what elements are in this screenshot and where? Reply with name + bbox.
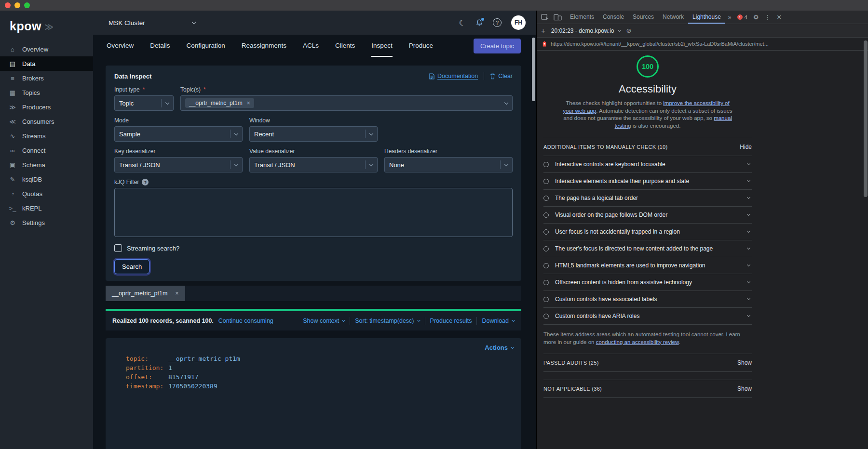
- devtools-tab-sources[interactable]: Sources: [628, 11, 658, 24]
- remove-tag-icon[interactable]: ×: [247, 100, 250, 106]
- continue-consuming-link[interactable]: Continue consuming: [218, 317, 273, 324]
- theme-toggle-icon[interactable]: ☾: [459, 18, 466, 27]
- chevron-down-icon: [504, 162, 508, 166]
- manual-checks-toggle[interactable]: Hide: [740, 144, 752, 150]
- close-window-button[interactable]: [5, 2, 11, 8]
- lighthouse-favicon: [542, 41, 547, 47]
- sidebar-item-consumers[interactable]: ≪Consumers: [0, 114, 93, 129]
- notifications-bell-icon[interactable]: [475, 19, 483, 26]
- input-type-select[interactable]: Topic: [114, 95, 174, 111]
- headers-deserializer-value: None: [389, 161, 496, 169]
- manual-check-item[interactable]: Offscreen content is hidden from assisti…: [543, 274, 752, 291]
- report-selector[interactable]: 20:02:23 - demo.kpow.io: [551, 27, 621, 34]
- clear-label: Clear: [498, 73, 513, 79]
- chevron-down-icon: [747, 314, 750, 317]
- close-tab-icon[interactable]: ×: [175, 290, 178, 297]
- tab-reassignments[interactable]: Reassignments: [242, 35, 286, 57]
- more-tabs-icon[interactable]: »: [725, 14, 734, 21]
- issues-badge[interactable]: ! 4: [734, 14, 750, 20]
- search-button[interactable]: Search: [114, 259, 149, 274]
- window-select[interactable]: Recent: [249, 126, 378, 142]
- headers-deserializer-select[interactable]: None: [384, 157, 513, 172]
- inspect-element-icon[interactable]: [539, 11, 551, 24]
- value-deserializer-select[interactable]: Transit / JSON: [249, 157, 378, 172]
- tab-clients[interactable]: Clients: [335, 35, 355, 57]
- tab-overview[interactable]: Overview: [107, 35, 134, 57]
- device-toolbar-icon[interactable]: [551, 11, 564, 24]
- not-applicable-toggle[interactable]: Show: [737, 385, 752, 392]
- manual-check-item[interactable]: User focus is not accidentally trapped i…: [543, 224, 752, 240]
- produce-results-link[interactable]: Produce results: [430, 317, 472, 324]
- manual-check-item[interactable]: Interactive elements indicate their purp…: [543, 173, 752, 190]
- passed-audits-toggle[interactable]: Show: [737, 359, 752, 366]
- required-asterisk: *: [203, 86, 206, 93]
- mode-select[interactable]: Sample: [114, 126, 243, 142]
- sidebar-item-overview[interactable]: ⌂Overview: [0, 42, 93, 56]
- tab-configuration[interactable]: Configuration: [187, 35, 225, 57]
- sidebar-item-producers[interactable]: ≫Producers: [0, 100, 93, 114]
- sidebar-item-topics[interactable]: ▦Topics: [0, 85, 93, 100]
- create-topic-button[interactable]: Create topic: [474, 39, 521, 53]
- kpow-logo[interactable]: kpow ≫: [0, 11, 93, 42]
- kjq-filter-input[interactable]: [114, 188, 513, 237]
- topic-tag[interactable]: __oprtr_metric_pt1m ×: [185, 98, 254, 108]
- issues-count: 4: [745, 14, 747, 20]
- avatar[interactable]: FH: [511, 15, 526, 30]
- devtools-scrollbar[interactable]: [864, 40, 868, 197]
- sidebar-item-connect[interactable]: ∞Connect: [0, 143, 93, 158]
- manual-checks-header: ADDITIONAL ITEMS TO MANUALLY CHECK (10) …: [543, 138, 752, 156]
- manual-check-item[interactable]: Interactive controls are keyboard focusa…: [543, 156, 752, 173]
- manual-check-item[interactable]: Custom controls have associated labels: [543, 291, 752, 308]
- manual-check-item[interactable]: The user's focus is directed to new cont…: [543, 240, 752, 257]
- sidebar-item-quotas[interactable]: ◔Quotas: [0, 186, 93, 201]
- manual-check-item[interactable]: HTML5 landmark elements are used to impr…: [543, 257, 752, 274]
- devtools-tab-console[interactable]: Console: [598, 11, 628, 24]
- devtools-settings-gear-icon[interactable]: ⚙: [750, 13, 762, 21]
- tab-produce[interactable]: Produce: [409, 35, 433, 57]
- sidebar-item-settings[interactable]: ⚙Settings: [0, 215, 93, 230]
- result-tab[interactable]: __oprtr_metric_pt1m ×: [106, 286, 185, 301]
- clear-button[interactable]: Clear: [490, 73, 513, 79]
- streaming-search-checkbox[interactable]: [114, 244, 122, 252]
- circle-icon: [543, 280, 549, 285]
- cluster-selector[interactable]: MSK Cluster: [108, 19, 195, 26]
- accessibility-review-link[interactable]: conducting an accessibility review: [596, 339, 679, 345]
- sidebar-item-streams[interactable]: ∿Streams: [0, 129, 93, 143]
- devtools-tab-network[interactable]: Network: [658, 11, 688, 24]
- help-icon[interactable]: ?: [142, 179, 149, 185]
- document-icon: [429, 73, 434, 79]
- sort-dropdown[interactable]: Sort: timestamp(desc): [355, 317, 420, 324]
- download-dropdown[interactable]: Download: [482, 317, 515, 324]
- accessibility-score-gauge[interactable]: 100: [637, 55, 659, 78]
- sidebar-item-ksqldb[interactable]: ✎ksqlDB: [0, 172, 93, 186]
- devtools-tab-elements[interactable]: Elements: [566, 11, 598, 24]
- documentation-link[interactable]: Documentation: [429, 73, 478, 79]
- chevron-down-icon: [417, 318, 420, 322]
- tab-acls[interactable]: ACLs: [303, 35, 319, 57]
- manual-check-item[interactable]: Visual order on the page follows DOM ord…: [543, 207, 752, 224]
- sidebar-item-schema[interactable]: ▣Schema: [0, 158, 93, 172]
- page-scrollbar[interactable]: [532, 38, 535, 101]
- topics-select[interactable]: __oprtr_metric_pt1m ×: [180, 95, 513, 111]
- new-report-icon[interactable]: +: [541, 26, 545, 35]
- help-icon[interactable]: ?: [493, 18, 502, 27]
- key-deserializer-select[interactable]: Transit / JSON: [114, 157, 243, 172]
- devtools-menu-kebab-icon[interactable]: ⋮: [762, 13, 773, 21]
- manual-check-item[interactable]: Custom controls have ARIA roles: [543, 308, 752, 325]
- sidebar-item-krepl[interactable]: >_kREPL: [0, 201, 93, 215]
- record-row: topic:__oprtr_metric_pt1m: [126, 354, 514, 363]
- clear-reports-icon[interactable]: ⊘: [626, 27, 632, 34]
- show-context-dropdown[interactable]: Show context: [303, 317, 345, 324]
- sidebar-item-data[interactable]: ▤Data: [0, 56, 93, 71]
- manual-check-item[interactable]: The page has a logical tab order: [543, 190, 752, 207]
- devtools-close-icon[interactable]: ×: [773, 13, 785, 22]
- tab-details[interactable]: Details: [150, 35, 170, 57]
- zoom-window-button[interactable]: [24, 2, 30, 8]
- actions-dropdown[interactable]: Actions: [485, 344, 514, 351]
- sidebar-item-brokers[interactable]: ≡Brokers: [0, 71, 93, 85]
- minimize-window-button[interactable]: [14, 2, 20, 8]
- manual-checks-title: ADDITIONAL ITEMS TO MANUALLY CHECK (10): [543, 144, 667, 150]
- devtools-tab-lighthouse[interactable]: Lighthouse: [688, 11, 725, 24]
- divider: [365, 130, 366, 138]
- tab-inspect[interactable]: Inspect: [371, 35, 393, 57]
